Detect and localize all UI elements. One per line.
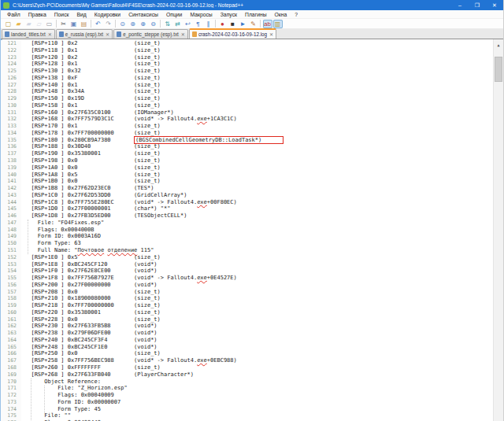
line-number: 151 (1, 247, 21, 254)
close-button[interactable]: ✕ (486, 0, 503, 10)
line-text: [RSP+170 ] 0x1 (size_t) (21, 123, 161, 130)
line-number: 148 (1, 227, 21, 234)
stop-macro-icon[interactable]: ■ (228, 20, 238, 28)
tab-e_pontic_steppe (esp).txt[interactable]: e_pontic_steppe (esp).txt✕ (113, 29, 188, 39)
line-number: 137 (1, 150, 21, 157)
vertical-scrollbar[interactable]: ▲ (493, 39, 503, 421)
zoom-out-icon[interactable]: ⊖ (149, 20, 158, 28)
line-text: [RSP+208 ] 0x0 (size_t) (21, 289, 161, 296)
line-number: 135 (1, 137, 21, 144)
sync-horizontal-icon[interactable]: ⇄ (173, 20, 183, 28)
cut-icon[interactable]: ✂ (59, 20, 69, 28)
copy-icon[interactable]: ▣ (69, 20, 79, 28)
line-text: Full Name: "Почтовое отделение 115" (21, 247, 154, 254)
play-macro-icon[interactable]: ► (239, 20, 248, 28)
line-text: [RSP+230 ] 0x27F633FB5B8 (void*) (21, 323, 158, 330)
menu-item-окна[interactable]: Окна (271, 12, 291, 17)
maximize-button[interactable]: ❐ (469, 0, 486, 10)
spell-check-icon[interactable]: ab (263, 20, 272, 28)
menu-item-плагины[interactable]: Плагины (241, 12, 271, 17)
line-number: 159 (1, 302, 21, 309)
line-text: [RSP+1F0 ] 0x27F62E8CE00 (void*) (21, 268, 158, 275)
scroll-up-arrow-icon[interactable]: ▲ (494, 39, 503, 50)
menu-item-файл[interactable]: Файл (3, 12, 24, 17)
line-text: [RSP+200 ] 0x27F00000000 (void*) (21, 282, 158, 289)
line-number: 146 (1, 212, 21, 220)
line-text: Object Reference: (21, 379, 101, 386)
sync-vertical-icon[interactable]: ⇅ (163, 20, 172, 28)
menu-item-опции[interactable]: Опции (162, 12, 186, 17)
line-text: [RSP+1E0 ] 0x5 (size_t) (21, 254, 161, 261)
editor-area[interactable]: 121 [RSP+110 ] 0x2 (size_t)122 [RSP+118 … (1, 39, 503, 421)
tab-close-icon[interactable]: ✕ (181, 32, 185, 37)
tab-label: e_pontic_steppe (esp).txt (123, 31, 179, 37)
indent-guide-icon[interactable]: ∥ (204, 20, 213, 28)
tab-close-icon[interactable]: ✕ (269, 32, 273, 37)
menu-item-правка[interactable]: Правка (24, 12, 50, 17)
document-monitor-icon[interactable]: ▥ (273, 20, 283, 28)
menu-item-вид[interactable]: Вид (73, 12, 91, 17)
zoom-in-icon[interactable]: ⊕ (139, 20, 148, 28)
line-number: 164 (1, 337, 21, 344)
menu-item-?[interactable]: ? (291, 12, 302, 17)
log-line-148: 148 Flags: 0x0004000B (1, 227, 493, 234)
show-all-characters-icon[interactable]: ¶ (194, 20, 203, 28)
record-macro-icon[interactable]: ● (218, 20, 228, 28)
log-line-121: 121 [RSP+110 ] 0x2 (size_t) (1, 40, 493, 47)
scrollbar-thumb[interactable] (495, 57, 502, 82)
tab-label: crash-2024-02-03-16-09-12.log (198, 31, 267, 37)
log-line-141: 141 [RSP+1B0 ] 0x0 (size_t) (1, 178, 493, 185)
minimize-button[interactable]: – (451, 0, 469, 10)
red-annotation-box: (BGSCombinedCellGeometryDB::LoadTask*) (134, 136, 284, 144)
word-wrap-icon[interactable]: ↩ (183, 20, 193, 28)
log-line-164: 164 [RSP+240 ] 0xBC245CF3F4 (void*) (1, 337, 493, 344)
tab-close-icon[interactable]: ✕ (48, 32, 52, 37)
menu-item-запуск[interactable]: Запуск (217, 12, 241, 17)
indent-guide (44, 386, 45, 413)
log-line-171: 171 File: "Z_Horizon.esp" (1, 385, 493, 392)
tab-close-icon[interactable]: ✕ (106, 32, 109, 37)
log-line-156: 156 [RSP+200 ] 0x27F00000000 (void*) (1, 282, 493, 289)
misspelled-word: отделение (107, 247, 137, 253)
line-number: 169 (1, 371, 21, 379)
new-file-icon[interactable]: ▢ (4, 20, 13, 28)
log-line-172: 172 Flags: 0x00040009 (1, 392, 493, 399)
line-text: [RSP+150 ] 0x19D (size_t) (21, 95, 161, 102)
redo-icon[interactable]: ↷ (104, 20, 113, 28)
replace-icon[interactable]: ⊛ (128, 20, 138, 28)
tab-landed_titles.txt[interactable]: landed_titles.txt✕ (2, 29, 55, 39)
menu-item-кодировки[interactable]: Кодировки (91, 12, 124, 17)
code-area[interactable]: 121 [RSP+110 ] 0x2 (size_t)122 [RSP+118 … (1, 40, 493, 421)
line-number: 153 (1, 261, 21, 268)
menu-item-поиск[interactable]: Поиск (50, 12, 73, 17)
open-folder-icon[interactable]: ▰ (14, 20, 24, 28)
line-text: File: "" (21, 412, 71, 419)
line-number: 145 (1, 205, 21, 212)
line-text: Form ID: 0x00000007 (21, 399, 120, 406)
menu-item-макросы[interactable]: Макросы (186, 12, 216, 17)
tab-e_russia (esp).txt[interactable]: e_russia (esp).txt✕ (56, 29, 113, 39)
log-line-130: 130 [RSP+158 ] 0x1 (size_t) (1, 102, 493, 109)
save-macro-icon[interactable]: ✎ (249, 20, 258, 28)
paste-icon[interactable]: ▤ (80, 20, 89, 28)
save-all-icon: ▱ (35, 20, 44, 28)
log-line-159: 159 [RSP+218 ] 0x7FF700000000 (size_t) (1, 302, 493, 309)
tab-crash-2024-02-03-16-09-12.log[interactable]: crash-2024-02-03-16-09-12.log✕ (189, 28, 276, 39)
menu-item-синтаксисы[interactable]: Синтаксисы (124, 12, 162, 17)
log-line-174: 174 Form Type: 45 (1, 406, 493, 413)
find-icon[interactable]: ⊙ (118, 20, 128, 28)
log-line-160: 160 [RSP+220 ] 0x35380001 (size_t) (1, 309, 493, 316)
tab-label: e_russia (esp).txt (65, 31, 103, 37)
line-number: 142 (1, 185, 21, 192)
print-icon[interactable]: ▭ (45, 20, 54, 28)
log-line-137: 137 [RSP+190 ] 0x35380001 (size_t) (1, 150, 493, 157)
misspelled-word: exe (197, 275, 207, 281)
log-line-143: 143 [RSP+1C0 ] 0x27F62D53DD0 (GridCellAr… (1, 192, 493, 199)
line-text: [RSP+128 ] 0x1 (size_t) (21, 61, 161, 68)
line-number: 144 (1, 199, 21, 206)
log-line-138: 138 [RSP+198 ] 0x0 (size_t) (1, 157, 493, 164)
log-line-124: 124 [RSP+128 ] 0x1 (size_t) (1, 61, 493, 68)
undo-icon[interactable]: ↶ (94, 20, 103, 28)
line-number: 160 (1, 309, 21, 316)
line-number: 136 (1, 143, 21, 150)
